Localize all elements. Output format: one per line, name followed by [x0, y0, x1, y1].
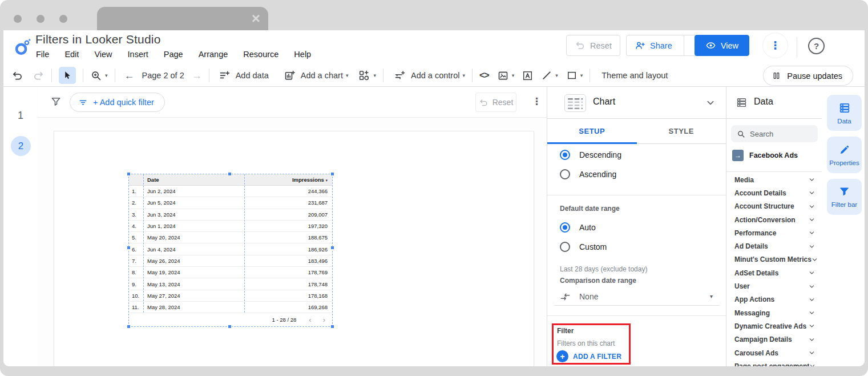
page-thumb-2-active[interactable]: 2 — [11, 136, 31, 156]
add-control-button[interactable] — [394, 70, 406, 82]
menu-item[interactable]: Help — [294, 50, 311, 59]
tab-setup[interactable]: SETUP — [547, 119, 637, 143]
date-range-custom-option[interactable]: Custom — [560, 237, 607, 257]
date-range-auto-option[interactable]: Auto — [560, 218, 596, 237]
search-input[interactable] — [750, 130, 807, 138]
add-control-caret-icon[interactable]: ▾ — [462, 73, 465, 78]
share-button[interactable]: Share ▾ — [626, 35, 704, 56]
field-category[interactable]: Carousel Ads — [726, 346, 822, 359]
add-chart-label[interactable]: Add a chart — [301, 71, 343, 80]
undo-button[interactable] — [11, 70, 23, 82]
sort-ascending-option[interactable]: Ascending — [560, 165, 616, 184]
tab-close-icon[interactable]: × — [252, 9, 260, 27]
table-row[interactable]: 5. May 20, 2024 188,675 — [129, 232, 332, 243]
community-viz-caret-icon[interactable]: ▾ — [373, 73, 376, 78]
menu-item[interactable]: View — [94, 50, 112, 59]
table-row[interactable]: 11. May 28, 2024 169,268 — [129, 302, 332, 313]
field-category[interactable]: Messaging — [726, 306, 822, 319]
field-category[interactable]: Page post engagement — [726, 359, 822, 366]
pagination-next-icon[interactable]: › — [323, 315, 325, 324]
sort-descending-option[interactable]: Descending — [560, 145, 621, 165]
selection-handle[interactable] — [228, 325, 232, 329]
field-search-box[interactable] — [731, 125, 818, 142]
theme-and-layout-button[interactable]: Theme and layout — [601, 71, 668, 80]
window-dot-1[interactable] — [14, 15, 22, 23]
table-header-date[interactable]: Date — [143, 177, 244, 183]
insert-line-button[interactable] — [541, 70, 552, 81]
help-button[interactable]: ? — [808, 38, 825, 54]
pause-updates-button[interactable]: Pause updates — [763, 66, 853, 86]
field-category[interactable]: Account Structure — [726, 200, 822, 213]
add-chart-button[interactable] — [284, 70, 296, 82]
canvas-reset-button[interactable]: Reset — [475, 93, 516, 112]
sidebar-properties-button[interactable]: Properties — [827, 137, 862, 173]
menu-item[interactable]: Edit — [64, 50, 79, 59]
data-source-row[interactable]: → Facebook Ads — [732, 150, 798, 161]
menu-item[interactable]: File — [36, 50, 49, 59]
report-title[interactable]: Filters in Looker Studio — [35, 33, 161, 46]
report-canvas[interactable]: Date Impressions ▾ 1. Jun 2, 2024 244,36… — [38, 118, 547, 366]
table-row[interactable]: 9. May 13, 2024 178,748 — [129, 278, 332, 290]
window-dot-3[interactable] — [59, 15, 67, 23]
field-category[interactable]: User — [726, 279, 822, 293]
insert-shape-caret-icon[interactable]: ▾ — [580, 73, 583, 78]
previous-page-button[interactable]: ← — [124, 70, 135, 82]
insert-text-button[interactable] — [522, 70, 534, 82]
chart-panel-header[interactable]: Chart — [547, 87, 726, 119]
page-thumb-1[interactable]: 1 — [3, 110, 38, 122]
window-dot-2[interactable] — [37, 15, 45, 23]
redo-button[interactable] — [33, 70, 45, 82]
selection-handle[interactable] — [330, 172, 334, 176]
filter-funnel-icon[interactable] — [50, 96, 62, 110]
zoom-caret-icon[interactable]: ▾ — [105, 73, 108, 78]
table-row[interactable]: 3. Jun 3, 2024 209,007 — [129, 209, 332, 221]
menu-item[interactable]: Page — [164, 50, 183, 59]
table-header-impressions[interactable]: Impressions ▾ — [244, 177, 332, 183]
table-row[interactable]: 7. May 26, 2024 183,496 — [129, 255, 332, 267]
pagination-prev-icon[interactable]: ‹ — [309, 315, 311, 324]
embed-code-button[interactable]: <> — [479, 70, 489, 81]
field-category[interactable]: Campaign Details — [726, 333, 822, 346]
add-control-label[interactable]: Add a control — [411, 71, 459, 80]
chevron-down-icon[interactable] — [706, 99, 714, 109]
selection-handle[interactable] — [127, 325, 131, 329]
sidebar-filter-bar-button[interactable]: Filter bar — [827, 179, 862, 215]
next-page-button[interactable]: → — [192, 70, 202, 82]
sidebar-data-button[interactable]: Data — [827, 95, 862, 131]
insert-line-caret-icon[interactable]: ▾ — [555, 73, 558, 78]
table-row[interactable]: 4. Jun 1, 2024 197,320 — [129, 221, 332, 232]
table-row[interactable]: 6. Jun 4, 2024 186,926 — [129, 243, 332, 255]
field-category[interactable]: AdSet Details — [726, 266, 822, 279]
page-indicator[interactable]: Page 2 of 2 — [142, 71, 184, 80]
header-more-menu-button[interactable]: ⋮ — [762, 33, 788, 58]
add-chart-caret-icon[interactable]: ▾ — [346, 73, 349, 78]
select-tool-button[interactable] — [59, 67, 76, 84]
add-data-label[interactable]: Add data — [236, 71, 269, 80]
browser-tab[interactable]: × — [97, 7, 268, 31]
comparison-date-dropdown[interactable]: None ▾ — [554, 288, 720, 306]
insert-shape-button[interactable] — [566, 70, 578, 81]
community-visualizations-button[interactable] — [358, 69, 370, 82]
field-category[interactable]: Minut's Custom Metrics — [726, 253, 822, 266]
insert-image-button[interactable] — [497, 70, 509, 82]
field-category[interactable]: Dynamic Creative Ads — [726, 319, 822, 333]
zoom-tool-button[interactable] — [90, 70, 102, 82]
data-table-chart[interactable]: Date Impressions ▾ 1. Jun 2, 2024 244,36… — [128, 174, 333, 327]
header-reset-button[interactable]: Reset — [566, 35, 620, 56]
field-category[interactable]: Account Details — [726, 186, 822, 199]
menu-item[interactable]: Resource — [243, 50, 278, 59]
tab-style[interactable]: STYLE — [637, 119, 726, 143]
menu-item[interactable]: Insert — [128, 50, 148, 59]
field-category[interactable]: App Actions — [726, 293, 822, 306]
view-button[interactable]: View — [695, 35, 749, 56]
field-category[interactable]: Media — [726, 173, 822, 186]
table-row[interactable]: 8. May 19, 2024 178,769 — [129, 267, 332, 278]
field-category[interactable]: Ad Details — [726, 239, 822, 253]
selection-handle[interactable] — [330, 325, 334, 329]
selection-handle[interactable] — [228, 172, 232, 176]
add-data-button[interactable] — [219, 70, 231, 82]
report-page[interactable]: Date Impressions ▾ 1. Jun 2, 2024 244,36… — [54, 131, 534, 366]
menu-item[interactable]: Arrange — [199, 50, 228, 59]
selection-handle[interactable] — [127, 172, 131, 176]
canvas-more-menu-button[interactable]: ⋮ — [532, 95, 542, 107]
